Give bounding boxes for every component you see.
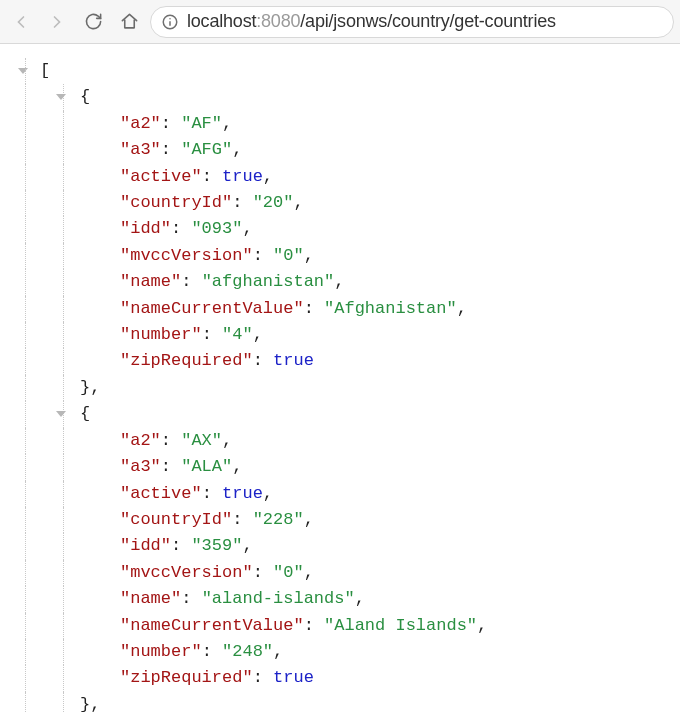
json-pair: "a2": "AX", [8,428,672,454]
collapse-toggle-icon[interactable] [56,94,66,100]
json-pair: "a3": "ALA", [8,454,672,480]
json-key: "number" [120,325,202,344]
colon: : [202,642,222,661]
json-value: true [273,351,314,370]
colon: : [202,484,222,503]
colon: : [253,351,273,370]
json-key: "name" [120,272,181,291]
comma: , [457,299,467,318]
reload-button[interactable] [78,7,108,37]
home-button[interactable] [114,7,144,37]
json-value: "AF" [181,114,222,133]
json-key: "zipRequired" [120,351,253,370]
json-pair: "number": "4", [8,322,672,348]
json-pair: "active": true, [8,481,672,507]
forward-button[interactable] [42,7,72,37]
json-pair: "name": "aland-islands", [8,586,672,612]
json-key: "zipRequired" [120,668,253,687]
json-key: "nameCurrentValue" [120,616,304,635]
comma: , [242,536,252,555]
json-value: "ALA" [181,457,232,476]
browser-toolbar: localhost:8080/api/jsonws/country/get-co… [0,0,680,44]
json-pair: "a3": "AFG", [8,137,672,163]
json-value: "Afghanistan" [324,299,457,318]
comma: , [477,616,487,635]
comma: , [334,272,344,291]
site-info-icon[interactable] [161,13,179,31]
svg-point-2 [169,17,171,19]
comma: , [232,140,242,159]
url-path: /api/jsonws/country/get-countries [300,11,556,31]
colon: : [171,219,191,238]
json-key: "mvccVersion" [120,246,253,265]
bracket-open: [ [40,58,50,84]
comma: , [304,563,314,582]
json-value: "093" [191,219,242,238]
json-viewer: [{"a2": "AF","a3": "AFG","active": true,… [0,44,680,713]
comma: , [232,457,242,476]
comma: , [263,167,273,186]
url-host: localhost [187,11,256,31]
json-pair: "countryId": "20", [8,190,672,216]
json-pair: "nameCurrentValue": "Afghanistan", [8,296,672,322]
colon: : [202,167,222,186]
colon: : [253,668,273,687]
json-key: "countryId" [120,510,232,529]
json-key: "a2" [120,114,161,133]
json-value: "AX" [181,431,222,450]
json-pair: "zipRequired": true [8,348,672,374]
colon: : [161,457,181,476]
json-object-open[interactable]: { [8,84,672,110]
json-value: true [273,668,314,687]
comma: , [263,484,273,503]
collapse-toggle-icon[interactable] [56,411,66,417]
json-pair: "a2": "AF", [8,111,672,137]
json-value: true [222,484,263,503]
comma: , [242,219,252,238]
colon: : [253,563,273,582]
comma: , [293,193,303,212]
json-key: "idd" [120,536,171,555]
url-port: :8080 [256,11,300,31]
colon: : [232,193,252,212]
colon: : [232,510,252,529]
json-value: "AFG" [181,140,232,159]
json-key: "active" [120,167,202,186]
json-value: "aland-islands" [202,589,355,608]
json-key: "a3" [120,140,161,159]
json-value: "20" [253,193,294,212]
json-key: "number" [120,642,202,661]
brace-close: }, [80,692,100,713]
back-button[interactable] [6,7,36,37]
json-pair: "idd": "359", [8,533,672,559]
json-value: "0" [273,563,304,582]
brace-close: }, [80,375,100,401]
json-value: "4" [222,325,253,344]
json-object-close: }, [8,375,672,401]
json-pair: "idd": "093", [8,216,672,242]
json-array-open[interactable]: [ [8,58,672,84]
comma: , [253,325,263,344]
colon: : [161,431,181,450]
address-bar[interactable]: localhost:8080/api/jsonws/country/get-co… [150,6,674,38]
json-pair: "number": "248", [8,639,672,665]
colon: : [181,589,201,608]
json-pair: "zipRequired": true [8,665,672,691]
colon: : [304,299,324,318]
json-key: "name" [120,589,181,608]
comma: , [304,510,314,529]
json-pair: "nameCurrentValue": "Aland Islands", [8,613,672,639]
collapse-toggle-icon[interactable] [18,68,28,74]
json-object-open[interactable]: { [8,401,672,427]
json-object-close: }, [8,692,672,713]
colon: : [253,246,273,265]
json-key: "a2" [120,431,161,450]
json-value: "228" [253,510,304,529]
url-text: localhost:8080/api/jsonws/country/get-co… [187,11,556,32]
json-value: true [222,167,263,186]
json-key: "a3" [120,457,161,476]
colon: : [161,114,181,133]
json-value: "afghanistan" [202,272,335,291]
brace-open: { [80,84,90,110]
colon: : [171,536,191,555]
